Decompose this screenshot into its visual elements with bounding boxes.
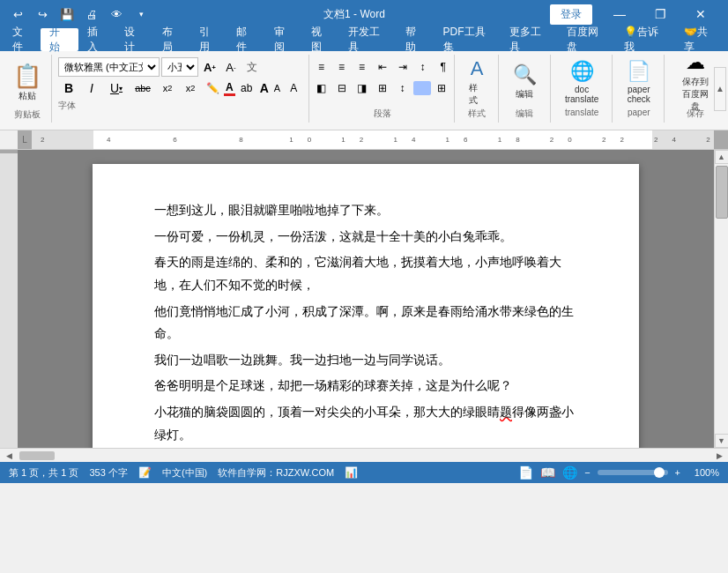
menu-file[interactable]: 文件 [4, 28, 41, 51]
zoom-in-button[interactable]: + [675, 467, 680, 478]
customize-quick-access[interactable]: ▾ [130, 4, 152, 25]
ribbon: 📋 粘贴 剪贴板 微软雅黑 (中文正文) 小五 A+ A- 文 B [0, 51, 728, 130]
zoom-slider[interactable] [598, 470, 668, 475]
ribbon-expand-arrow[interactable]: ▲ [714, 67, 726, 111]
editing-button[interactable]: 🔍 编辑 [505, 57, 545, 107]
editing-group: 🔍 编辑 编辑 [500, 55, 551, 123]
font-family-select[interactable]: 微软雅黑 (中文正文) [58, 57, 160, 77]
menu-layout[interactable]: 布局 [153, 28, 190, 51]
superscript-button[interactable]: x2 [180, 78, 201, 98]
chinese-char-icon[interactable]: 文 [242, 57, 262, 77]
menu-design[interactable]: 设计 [115, 28, 152, 51]
line-spacing[interactable]: ↕ [393, 78, 412, 98]
underline-button[interactable]: U▾ [104, 78, 129, 98]
font-group-label: 字体 [58, 100, 303, 112]
align-right[interactable]: ◨ [353, 78, 372, 98]
menu-review[interactable]: 审阅 [265, 28, 302, 51]
menu-home[interactable]: 开始 [41, 28, 78, 51]
increase-indent[interactable]: ⇥ [393, 57, 412, 77]
save-baidu-button[interactable]: ☁ 保存到百度网盘 [671, 57, 719, 107]
align-list-numbered[interactable]: ≡ [332, 57, 352, 77]
font-size-decrease[interactable]: A- [221, 57, 241, 77]
paragraph-group: ≡ ≡ ≡ ⇤ ⇥ ↕ ¶ ◧ ⊟ ◨ ⊞ ↕ ⊞ 段落 [310, 55, 455, 123]
font-size-a: A [258, 81, 271, 95]
align-list-bullet[interactable]: ≡ [312, 57, 331, 77]
preview-quick-button[interactable]: 👁 [106, 4, 127, 25]
paragraph-2: 一份可爱，一份机灵，一份活泼，这就是十全十美的小白兔乖乖。 [154, 226, 577, 249]
document-page[interactable]: 一想到这儿，眼泪就噼里啪啦地掉了下来。 一份可爱，一份机灵，一份活泼，这就是十全… [93, 164, 639, 448]
menu-share[interactable]: 🤝共享 [675, 28, 724, 51]
view-read-icon[interactable]: 📖 [540, 465, 555, 480]
view-print-icon[interactable]: 📄 [518, 465, 533, 480]
window-title: 文档1 - Word [159, 7, 550, 22]
paste-button[interactable]: 📋 粘贴 [7, 57, 48, 107]
strikethrough-button[interactable]: abc [130, 78, 155, 98]
menu-insert[interactable]: 插入 [78, 28, 115, 51]
paper-check-label: papercheck [628, 85, 650, 104]
menu-pdf[interactable]: PDF工具集 [435, 28, 501, 51]
menu-view[interactable]: 视图 [302, 28, 339, 51]
paragraph-4: 他们竟悄悄地汇成了小河，积成了深潭。啊，原来是春雨给涌水带来绿色的生命。 [154, 301, 577, 346]
menu-references[interactable]: 引用 [190, 28, 227, 51]
quick-access-toolbar: ↩ ↪ 💾 🖨 👁 ▾ [7, 4, 152, 25]
subscript-button[interactable]: x2 [157, 78, 178, 98]
menu-bar: 文件 开始 插入 设计 布局 引用 邮件 审阅 视图 开发工具 帮助 PDF工具… [0, 28, 728, 51]
font-color-a-icon: A [224, 81, 235, 96]
ruler-left-margin: L [22, 135, 27, 145]
font-highlight-icon[interactable]: ab [237, 78, 256, 98]
italic-button[interactable]: I [81, 78, 102, 98]
view-web-icon[interactable]: 🌐 [562, 465, 577, 480]
justify[interactable]: ⊞ [373, 78, 392, 98]
document-container[interactable]: 一想到这儿，眼泪就噼里啪啦地掉了下来。 一份可爱，一份机灵，一份活泼，这就是十全… [18, 150, 714, 448]
login-button[interactable]: 登录 [550, 4, 592, 25]
menu-mailings[interactable]: 邮件 [227, 28, 264, 51]
scroll-down-button[interactable]: ▼ [715, 434, 729, 448]
format-painter-icon[interactable]: ✏️ [203, 78, 222, 98]
zoom-thumb[interactable] [654, 467, 665, 478]
zoom-out-button[interactable]: − [584, 467, 590, 478]
paper-check-group: 📄 papercheck paper [613, 55, 665, 123]
menu-tell-me[interactable]: 💡告诉我 [615, 28, 675, 51]
translate-group-label: translate [565, 108, 598, 117]
doc-translate-button[interactable]: 🌐 doctranslate [557, 57, 606, 107]
sort-button[interactable]: ↕ [413, 57, 433, 77]
zoom-level[interactable]: 100% [687, 467, 719, 478]
redo-button[interactable]: ↪ [32, 4, 53, 25]
print-quick-button[interactable]: 🖨 [81, 4, 102, 25]
vertical-ruler [0, 150, 18, 448]
paragraph-7: 小花猫的脑袋圆圆的，顶着一对尖尖的小耳朵，那大大的绿眼睛题得像两盏小绿灯。 [154, 401, 577, 446]
bottom-area: ◀ ▶ [0, 448, 728, 462]
vertical-scrollbar[interactable]: ▲ ▼ [714, 150, 728, 448]
styles-button[interactable]: A 样式 [461, 57, 493, 107]
scroll-thumb[interactable] [716, 166, 728, 219]
h-scroll-thumb[interactable] [19, 451, 55, 460]
word-count: 353 个字 [89, 466, 127, 480]
editing-icon: 🔍 [513, 63, 537, 86]
menu-more-tools[interactable]: 更多工具 [501, 28, 558, 51]
bold-button[interactable]: B [58, 78, 79, 98]
scroll-left-button[interactable]: ◀ [2, 450, 16, 462]
menu-help[interactable]: 帮助 [397, 28, 434, 51]
paper-check-group-label: paper [628, 108, 650, 117]
font-size-increase[interactable]: A+ [200, 57, 219, 77]
menu-baidu[interactable]: 百度网盘 [558, 28, 615, 51]
borders[interactable]: ⊞ [432, 78, 451, 98]
paper-check-button[interactable]: 📄 papercheck [619, 57, 658, 107]
language: 中文(中国) [162, 466, 207, 480]
undo-button[interactable]: ↩ [7, 4, 28, 25]
align-center[interactable]: ⊟ [332, 78, 352, 98]
scroll-right-button[interactable]: ▶ [712, 450, 726, 462]
paragraph-1: 一想到这儿，眼泪就噼里啪啦地掉了下来。 [154, 199, 577, 222]
decrease-indent[interactable]: ⇤ [373, 57, 392, 77]
show-marks[interactable]: ¶ [434, 57, 453, 77]
clear-format-button[interactable]: A [284, 78, 303, 98]
menu-developer[interactable]: 开发工具 [339, 28, 397, 51]
font-size-select[interactable]: 小五 [161, 57, 198, 77]
save-quick-button[interactable]: 💾 [56, 4, 78, 25]
scroll-up-button[interactable]: ▲ [715, 150, 729, 164]
doc-translate-group: 🌐 doctranslate translate [552, 55, 613, 123]
multilevel-list[interactable]: ≡ [353, 57, 372, 77]
shading[interactable] [413, 81, 431, 95]
align-left[interactable]: ◧ [312, 78, 331, 98]
horizontal-scrollbar[interactable]: ◀ ▶ [0, 448, 728, 462]
